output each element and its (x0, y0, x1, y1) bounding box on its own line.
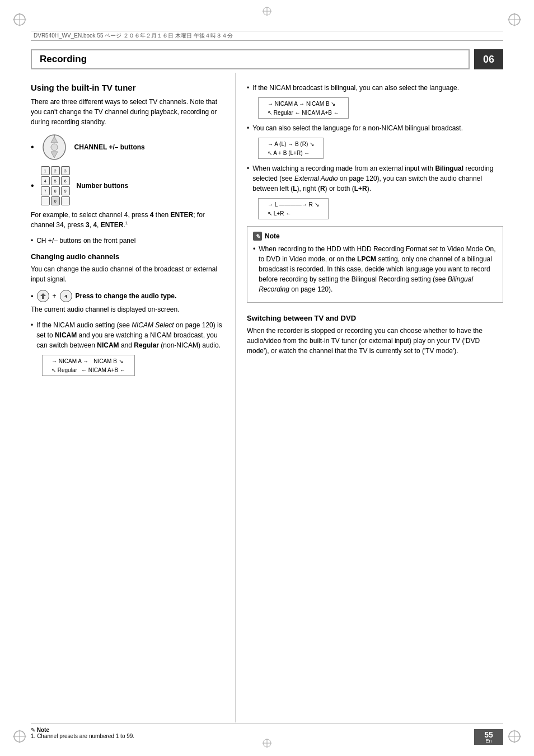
note-icon: ✎ (253, 232, 262, 241)
num-btn-blank2 (61, 196, 70, 205)
nicam-row2: ↖ Regular ← NICAM A+B ← (43, 365, 135, 376)
bilingual-bullet2: • You can also select the language for a… (247, 123, 503, 133)
num-btn-6: 6 (61, 176, 70, 185)
number-btn-container: • 1 2 3 4 5 6 7 8 9 0 Number buttons (31, 166, 224, 205)
corner-mark-tr (506, 11, 523, 28)
nicam2-row2: ↖ Regular ← NICAM A+B ← (259, 108, 349, 119)
number-btn-grid: 1 2 3 4 5 6 7 8 9 0 (41, 166, 70, 205)
bullet-dot2: • (31, 181, 34, 191)
footer-note: ✎ Note 1. Channel presets are numbered 1… (31, 724, 503, 739)
bullet-dot5: • (31, 320, 33, 350)
bullet-dot7: • (247, 123, 249, 133)
nicam-diagram2-container: → NICAM A → NICAM B ↘ ↖ Regular ← NICAM … (258, 97, 503, 119)
corner-mark-bl (11, 728, 28, 745)
channel-btn-container: • CHANNEL +/– buttons (31, 133, 224, 162)
page-number-box: 55 En (474, 729, 503, 745)
nicam-bullet-text: If the NICAM audio setting (see NICAM Se… (36, 320, 224, 350)
ab-row2: ↖ A + B (L+R) ← (259, 148, 324, 159)
number-btn-example: For example, to select channel 4, press … (31, 210, 224, 230)
bilingual-bullet1: • If the NICAM broadcast is bilingual, y… (247, 83, 503, 93)
svg-marker-23 (40, 293, 46, 299)
number-btn-label: Number buttons (77, 182, 129, 190)
press-audio-label: Press to change the audio type. (76, 292, 177, 300)
num-btn-1: 1 (41, 166, 50, 175)
nicam-diagram-container: → NICAM A → NICAM B ↘ ↖ Regular ← NICAM … (42, 355, 224, 376)
ab-row1: → A (L) → B (R) ↘ (259, 138, 324, 149)
changing-audio-title: Changing audio channels (31, 252, 224, 261)
bullet-dot3: • (31, 236, 33, 246)
corner-mark-br (506, 728, 523, 745)
key-combo-container: • + 4 Press to change the audio type. (31, 290, 224, 302)
header-bar: DVR540H_WV_EN.book 55 ページ ２０６年２月１６日 木曜日 … (31, 31, 503, 41)
changing-audio-text: You can change the audio channel of the … (31, 264, 224, 284)
intro-text: There are three different ways to select… (31, 97, 224, 127)
file-info: DVR540H_WV_EN.book 55 ページ ２０６年２月１６日 木曜日 … (34, 32, 233, 40)
footer-note-number: 1. (31, 733, 35, 739)
shift-key-icon (37, 290, 49, 302)
channel-btn-label: CHANNEL +/– buttons (74, 143, 145, 151)
center-mark-bottom (261, 738, 273, 750)
corner-mark-tl (11, 11, 28, 28)
num-btn-7: 7 (41, 186, 50, 195)
plus-sign: + (53, 292, 57, 300)
lr-row2: ↖ L+R ← (259, 209, 329, 219)
note-label: Note (265, 231, 280, 241)
section-title-bar: Recording (31, 49, 470, 69)
switching-text: When the recorder is stopped or recordin… (247, 326, 503, 356)
num-btn-blank (41, 196, 50, 205)
footer-note-text: Channel presets are numbered 1 to 99. (37, 733, 134, 739)
num-btn-5: 5 (51, 176, 60, 185)
note-text: When recording to the HDD with HDD Recor… (259, 244, 497, 294)
right-column: • If the NICAM broadcast is bilingual, y… (236, 73, 503, 722)
bilingual-bullet1-text: If the NICAM broadcast is bilingual, you… (252, 83, 459, 93)
ab-diagram-container: → A (L) → B (R) ↘ ↖ A + B (L+R) ← (258, 138, 503, 159)
ch-bullet-item: • CH +/– buttons on the front panel (31, 236, 224, 246)
note-text-item: • When recording to the HDD with HDD Rec… (253, 244, 497, 294)
main-content: Using the built-in TV tuner There are th… (31, 73, 503, 722)
chapter-tab: 06 (474, 49, 503, 69)
num-btn-3: 3 (61, 166, 70, 175)
page-number: 55 (484, 731, 493, 739)
lr-diagram-container: → L ————→ R ↘ ↖ L+R ← (258, 198, 503, 219)
note-box: ✎ Note • When recording to the HDD with … (247, 226, 503, 303)
ch-bullet-text: CH +/– buttons on the front panel (36, 236, 135, 246)
subsection-title: Using the built-in TV tuner (31, 83, 224, 92)
note-bullet: • (253, 244, 255, 294)
note-title: ✎ Note (253, 231, 497, 241)
footer-note-label: Note (37, 727, 49, 733)
switching-title: Switching between TV and DVD (247, 314, 503, 322)
left-column: Using the built-in TV tuner There are th… (31, 73, 235, 722)
note-icon-small: ✎ (31, 727, 37, 733)
chapter-number: 06 (483, 54, 494, 64)
section-title: Recording (40, 54, 87, 65)
num-btn-2: 2 (51, 166, 60, 175)
audio-key-icon: 4 (60, 290, 72, 302)
bilingual-bullet3: • When watching a recording made from an… (247, 163, 503, 194)
bilingual-bullet2-text: You can also select the language for a n… (252, 123, 463, 133)
page-lang: En (485, 739, 491, 744)
nicam-row1: → NICAM A → NICAM B ↘ (43, 355, 135, 366)
nicam2-row1: → NICAM A → NICAM B ↘ (259, 98, 349, 109)
num-btn-0: 0 (51, 196, 60, 205)
current-audio-text: The current audio channel is displayed o… (31, 304, 224, 314)
center-mark-top (261, 6, 273, 18)
lr-row1: → L ————→ R ↘ (259, 199, 329, 209)
num-btn-9: 9 (61, 186, 70, 195)
num-btn-8: 8 (51, 186, 60, 195)
bullet-dot4: • (31, 292, 34, 300)
bullet-dot8: • (247, 163, 249, 194)
nicam-bullet-item: • If the NICAM audio setting (see NICAM … (31, 320, 224, 350)
channel-button-icon (41, 133, 68, 162)
bilingual-bullet3-text: When watching a recording made from an e… (252, 163, 503, 194)
svg-point-21 (51, 144, 58, 151)
bullet-dot6: • (247, 83, 249, 93)
bullet-dot: • (31, 142, 34, 152)
num-btn-4: 4 (41, 176, 50, 185)
